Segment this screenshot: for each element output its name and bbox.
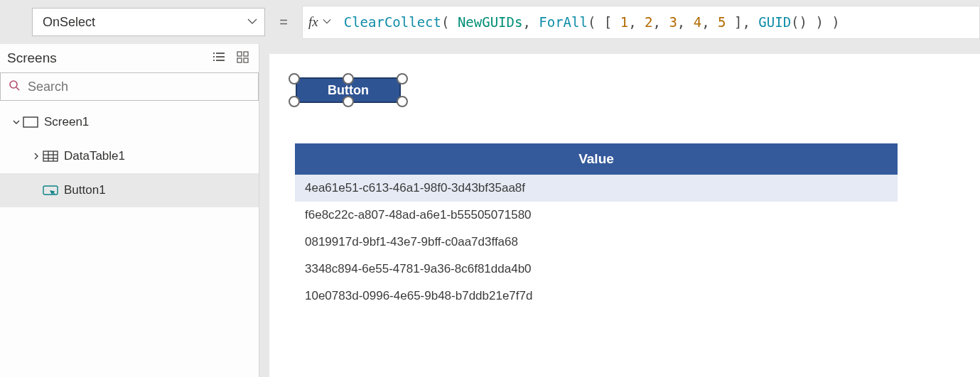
svg-point-10 <box>10 81 17 88</box>
screen-icon <box>23 116 38 128</box>
svg-rect-9 <box>244 58 248 62</box>
resize-handle[interactable] <box>343 73 354 84</box>
main-area: Screens <box>0 44 980 377</box>
table-row[interactable]: 3348c894-6e55-4781-9a36-8c6f81dda4b0 <box>295 256 898 283</box>
svg-rect-5 <box>216 60 225 61</box>
search-box[interactable] <box>0 72 259 101</box>
tree-view-panel: Screens <box>0 44 259 377</box>
tree-item-screen1[interactable]: Screen1 <box>0 105 259 139</box>
property-selector[interactable]: OnSelect <box>32 8 265 36</box>
table-header[interactable]: Value <box>295 143 898 175</box>
tree-item-button1[interactable]: Button1 <box>0 173 259 207</box>
fx-icon: fx <box>308 14 318 30</box>
caret-down-icon[interactable] <box>10 118 23 126</box>
canvas-area: Button Value 4ea61e51-c613-46a1-98f0-3d4… <box>259 44 980 377</box>
equals-label: = <box>265 14 302 31</box>
svg-rect-0 <box>213 53 215 54</box>
table-row[interactable]: 10e0783d-0996-4e65-9b48-b7ddb21e7f7d <box>295 283 898 310</box>
panel-title: Screens <box>7 50 57 66</box>
table-row[interactable]: 4ea61e51-c613-46a1-98f0-3d43bf35aa8f <box>295 175 898 202</box>
formula-text[interactable]: ClearCollect( NewGUIDs, ForAll( [ 1, 2, … <box>344 14 840 30</box>
resize-handle[interactable] <box>289 73 300 84</box>
resize-handle[interactable] <box>397 96 408 107</box>
tree-item-label: Button1 <box>64 183 106 197</box>
svg-rect-7 <box>244 52 248 56</box>
resize-handle[interactable] <box>397 73 408 84</box>
tree-view: Screen1 DataTable1 Button1 <box>0 101 259 207</box>
svg-rect-8 <box>237 58 242 62</box>
tree-item-label: DataTable1 <box>64 149 125 163</box>
column-header: Value <box>578 151 614 167</box>
svg-rect-18 <box>43 186 58 195</box>
formula-bar[interactable]: fx ClearCollect( NewGUIDs, ForAll( [ 1, … <box>302 6 980 39</box>
svg-rect-6 <box>237 52 242 56</box>
panel-header: Screens <box>0 44 259 72</box>
tree-item-datatable1[interactable]: DataTable1 <box>0 139 259 173</box>
list-view-icon[interactable] <box>212 50 226 67</box>
data-table[interactable]: Value 4ea61e51-c613-46a1-98f0-3d43bf35aa… <box>295 143 898 310</box>
chevron-down-icon[interactable] <box>323 16 331 28</box>
svg-rect-4 <box>213 60 215 61</box>
svg-rect-12 <box>23 117 38 127</box>
table-row[interactable]: 0819917d-9bf1-43e7-9bff-c0aa7d3ffa68 <box>295 229 898 256</box>
caret-right-icon[interactable] <box>30 152 43 160</box>
property-selector-value: OnSelect <box>43 15 95 30</box>
svg-line-11 <box>16 87 19 90</box>
resize-handle[interactable] <box>343 96 354 107</box>
thumbnail-view-icon[interactable] <box>236 50 250 67</box>
svg-rect-1 <box>216 53 225 54</box>
button-icon <box>43 184 58 197</box>
svg-rect-2 <box>213 56 215 58</box>
resize-handle[interactable] <box>289 96 300 107</box>
tree-item-label: Screen1 <box>44 115 89 129</box>
chevron-down-icon <box>247 15 257 30</box>
svg-rect-3 <box>216 56 225 58</box>
search-icon <box>8 79 21 94</box>
search-input[interactable] <box>28 80 251 94</box>
datatable-icon <box>43 151 58 162</box>
top-bar: OnSelect = fx ClearCollect( NewGUIDs, Fo… <box>0 0 980 44</box>
table-row[interactable]: f6e8c22c-a807-48ad-a6e1-b55505071580 <box>295 202 898 229</box>
selected-control[interactable]: Button <box>289 73 408 107</box>
canvas[interactable]: Button Value 4ea61e51-c613-46a1-98f0-3d4… <box>269 54 980 377</box>
svg-rect-13 <box>43 151 58 161</box>
